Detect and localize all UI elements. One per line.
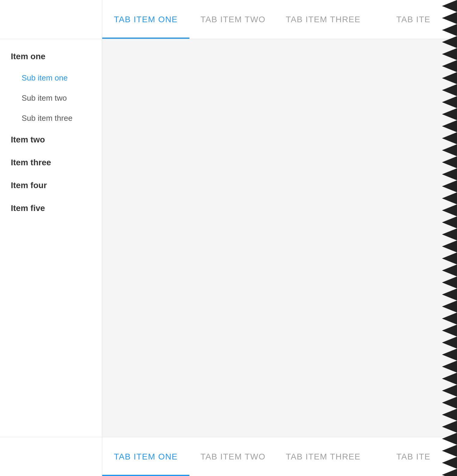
bottom-tabs-container: TAB ITEM ONE TAB ITEM TWO TAB ITEM THREE…: [102, 437, 457, 476]
main-content: Item one Sub item one Sub item two Sub i…: [0, 39, 457, 437]
tabs-container: TAB ITEM ONE TAB ITEM TWO TAB ITEM THREE…: [102, 0, 457, 39]
tab-item-one[interactable]: TAB ITEM ONE: [102, 0, 189, 39]
bottom-tab-four-label: TAB ITE: [396, 452, 431, 462]
bottom-tab-bar-sidebar-spacer: [0, 437, 102, 476]
tab-two-label: TAB ITEM TWO: [201, 15, 265, 24]
sub-item-three-label: Sub item three: [22, 114, 72, 123]
bottom-tab-three-label: TAB ITEM THREE: [286, 452, 361, 462]
sidebar-item-one-label: Item one: [11, 52, 45, 61]
sidebar-item-four-label: Item four: [11, 181, 47, 190]
sidebar-item-five-label: Item five: [11, 203, 45, 213]
bottom-tab-item-three[interactable]: TAB ITEM THREE: [277, 437, 370, 476]
sidebar-item-three-label: Item three: [11, 158, 51, 167]
sidebar-item-one[interactable]: Item one: [0, 45, 102, 68]
sidebar-sub-item-two[interactable]: Sub item two: [0, 88, 102, 108]
bottom-tab-item-two[interactable]: TAB ITEM TWO: [189, 437, 277, 476]
tab-item-three[interactable]: TAB ITEM THREE: [277, 0, 370, 39]
sidebar: Item one Sub item one Sub item two Sub i…: [0, 39, 102, 437]
sidebar-item-two-label: Item two: [11, 135, 45, 144]
sub-item-two-label: Sub item two: [22, 93, 67, 102]
bottom-tab-one-label: TAB ITEM ONE: [114, 452, 178, 462]
bottom-tab-bar: TAB ITEM ONE TAB ITEM TWO TAB ITEM THREE…: [0, 437, 457, 476]
top-tab-bar: TAB ITEM ONE TAB ITEM TWO TAB ITEM THREE…: [0, 0, 457, 39]
bottom-tab-item-one[interactable]: TAB ITEM ONE: [102, 437, 189, 476]
serrated-edge: [442, 0, 457, 476]
sidebar-sub-items-one: Sub item one Sub item two Sub item three: [0, 68, 102, 128]
sidebar-item-three[interactable]: Item three: [0, 151, 102, 174]
tab-bar-sidebar-spacer: [0, 0, 102, 39]
sub-item-one-label: Sub item one: [22, 73, 68, 82]
sidebar-item-five[interactable]: Item five: [0, 197, 102, 220]
sidebar-item-two[interactable]: Item two: [0, 128, 102, 151]
sidebar-sub-item-one[interactable]: Sub item one: [0, 68, 102, 88]
content-pane: [102, 39, 457, 437]
sidebar-item-four[interactable]: Item four: [0, 174, 102, 197]
tab-three-label: TAB ITEM THREE: [286, 15, 361, 24]
tab-one-label: TAB ITEM ONE: [114, 15, 178, 24]
svg-rect-1: [442, 0, 457, 476]
bottom-tab-two-label: TAB ITEM TWO: [201, 452, 265, 462]
tab-four-label: TAB ITE: [396, 15, 431, 24]
tab-item-two[interactable]: TAB ITEM TWO: [189, 0, 277, 39]
sidebar-sub-item-three[interactable]: Sub item three: [0, 108, 102, 128]
